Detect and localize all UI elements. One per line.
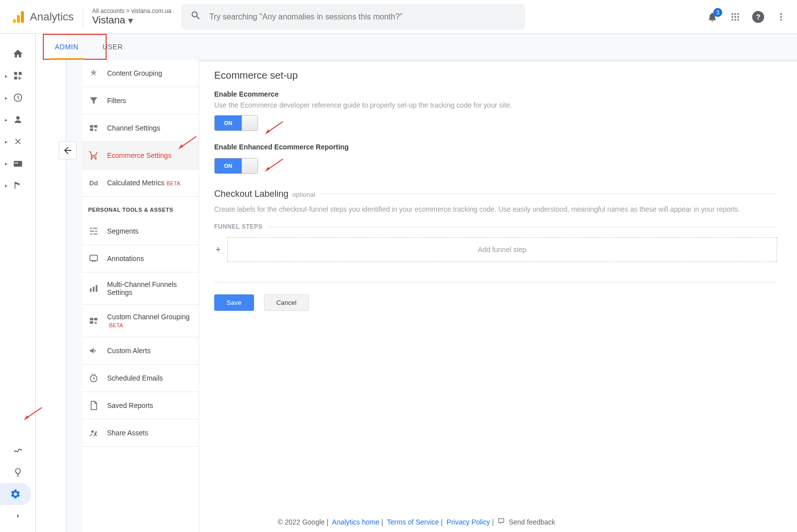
header-actions: 3 ?	[706, 11, 787, 23]
sidebar-item-scheduled-emails[interactable]: Scheduled Emails	[82, 365, 199, 392]
logo-text: Analytics	[30, 10, 74, 23]
page-title: Ecommerce set-up	[214, 70, 777, 81]
admin-tabs: ADMIN USER	[43, 34, 135, 60]
search-bar[interactable]	[181, 4, 525, 30]
more-button[interactable]	[775, 11, 787, 23]
svg-rect-31	[90, 255, 98, 261]
checkout-help: Create labels for the checkout-funnel st…	[214, 205, 777, 213]
nav-conversions[interactable]: ▸	[0, 174, 35, 196]
svg-point-8	[737, 16, 739, 17]
svg-rect-35	[90, 318, 94, 320]
svg-point-40	[94, 433, 96, 435]
tab-admin[interactable]: ADMIN	[43, 34, 91, 60]
svg-point-13	[780, 16, 782, 17]
nav-home[interactable]	[0, 43, 35, 65]
sidebar-item-custom-channel-grouping[interactable]: Custom Channel GroupingBETA	[82, 305, 199, 337]
sidebar-item-segments[interactable]: Segments	[82, 218, 199, 245]
sidebar-item-mcf-settings[interactable]: Multi-Channel Funnels Settings	[82, 272, 199, 305]
nav-customization[interactable]: ▸	[0, 65, 35, 87]
app-header: Analytics All accounts > vistana.com.ua …	[0, 0, 797, 34]
svg-rect-22	[90, 125, 94, 128]
sidebar-item-saved-reports[interactable]: Saved Reports	[82, 392, 199, 419]
footer-link-home[interactable]: Analytics home	[332, 518, 380, 526]
svg-rect-33	[93, 287, 94, 292]
nav-discover[interactable]	[0, 461, 35, 483]
enable-ecommerce-section: Enable Ecommerce Use the Ecommerce devel…	[214, 90, 777, 131]
footer-link-privacy[interactable]: Privacy Policy	[447, 518, 490, 526]
svg-rect-15	[14, 72, 17, 75]
sidebar-item-calculated-metrics[interactable]: Dd Calculated MetricsBETA	[82, 169, 199, 197]
section-header-personal: PERSONAL TOOLS & ASSETS	[82, 197, 199, 218]
sidebar-item-filters[interactable]: Filters	[82, 87, 199, 115]
svg-rect-26	[93, 228, 97, 229]
search-input[interactable]	[209, 12, 516, 21]
content-grouping-icon	[88, 68, 99, 79]
column-divider	[66, 60, 66, 532]
page-footer: © 2022 Google| Analytics home| Terms of …	[36, 512, 797, 532]
search-icon	[190, 10, 201, 24]
property-name: Vistana ▾	[92, 14, 171, 26]
svg-point-39	[91, 430, 94, 433]
nav-admin[interactable]	[0, 483, 31, 505]
nav-attribution[interactable]	[0, 439, 35, 461]
svg-rect-34	[96, 285, 97, 291]
help-button[interactable]: ?	[752, 11, 764, 23]
cart-icon	[88, 150, 99, 161]
annotations-icon	[88, 253, 99, 264]
form-actions: Save Cancel	[214, 294, 777, 311]
nav-behavior[interactable]: ▸	[0, 152, 35, 174]
divider	[214, 282, 777, 282]
svg-rect-16	[18, 72, 21, 75]
nav-audience[interactable]: ▸	[0, 109, 35, 131]
svg-rect-32	[90, 288, 92, 292]
svg-point-5	[737, 13, 739, 14]
sidebar-item-custom-alerts[interactable]: Custom Alerts	[82, 337, 199, 365]
svg-point-12	[780, 13, 782, 14]
svg-point-4	[734, 13, 736, 14]
save-button[interactable]: Save	[214, 294, 254, 311]
chevron-down-icon: ▾	[128, 14, 133, 26]
enhanced-ecommerce-section: Enable Enhanced Ecommerce Reporting ON	[214, 143, 777, 174]
svg-rect-30	[93, 234, 97, 235]
view-settings-panel: Content Grouping Filters Channel Setting…	[82, 60, 199, 532]
sidebar-item-content-grouping[interactable]: Content Grouping	[82, 60, 199, 87]
svg-rect-21	[14, 162, 18, 163]
enable-ecommerce-toggle[interactable]: ON	[214, 115, 258, 131]
svg-point-11	[737, 19, 739, 20]
svg-point-14	[780, 19, 782, 20]
funnel-steps-label: FUNNEL STEPS	[214, 223, 777, 230]
footer-link-tos[interactable]: Terms of Service	[387, 518, 439, 526]
enhanced-ecommerce-toggle[interactable]: ON	[214, 158, 258, 174]
notifications-button[interactable]: 3	[706, 11, 718, 23]
nav-realtime[interactable]: ▸	[0, 87, 35, 109]
left-nav-rail: ▸ ▸ ▸ ▸ ▸ ▸	[0, 34, 36, 532]
svg-point-9	[732, 19, 733, 20]
sidebar-item-annotations[interactable]: Annotations	[82, 245, 199, 272]
sidebar-item-share-assets[interactable]: Share Assets	[82, 419, 199, 447]
filter-icon	[88, 95, 99, 106]
sidebar-item-channel-settings[interactable]: Channel Settings	[82, 115, 199, 142]
analytics-logo[interactable]: Analytics	[10, 9, 74, 25]
svg-rect-23	[94, 125, 98, 128]
apps-button[interactable]	[729, 11, 741, 23]
enhanced-ecommerce-label: Enable Enhanced Ecommerce Reporting	[214, 143, 777, 151]
svg-rect-2	[21, 11, 24, 23]
cancel-button[interactable]: Cancel	[264, 294, 309, 311]
ecommerce-setup-form: Ecommerce set-up Enable Ecommerce Use th…	[199, 60, 797, 532]
mcf-icon	[88, 283, 99, 294]
footer-link-feedback[interactable]: Send feedback	[509, 518, 555, 526]
plus-icon: +	[214, 245, 222, 255]
tab-user[interactable]: USER	[91, 34, 135, 60]
nav-collapse[interactable]	[0, 505, 35, 527]
sidebar-item-ecommerce-settings[interactable]: Ecommerce Settings	[82, 142, 199, 169]
back-button[interactable]	[59, 141, 77, 159]
svg-rect-24	[90, 129, 94, 131]
svg-rect-20	[13, 161, 22, 167]
megaphone-icon	[88, 345, 99, 356]
help-icon: ?	[752, 11, 764, 23]
add-funnel-step-button[interactable]: Add funnel step	[227, 237, 777, 262]
property-selector[interactable]: All accounts > vistana.com.ua Vistana ▾	[92, 7, 171, 26]
nav-acquisition[interactable]: ▸	[0, 131, 35, 152]
enable-ecommerce-label: Enable Ecommerce	[214, 90, 777, 98]
enable-ecommerce-help: Use the Ecommerce developer reference gu…	[214, 101, 777, 109]
